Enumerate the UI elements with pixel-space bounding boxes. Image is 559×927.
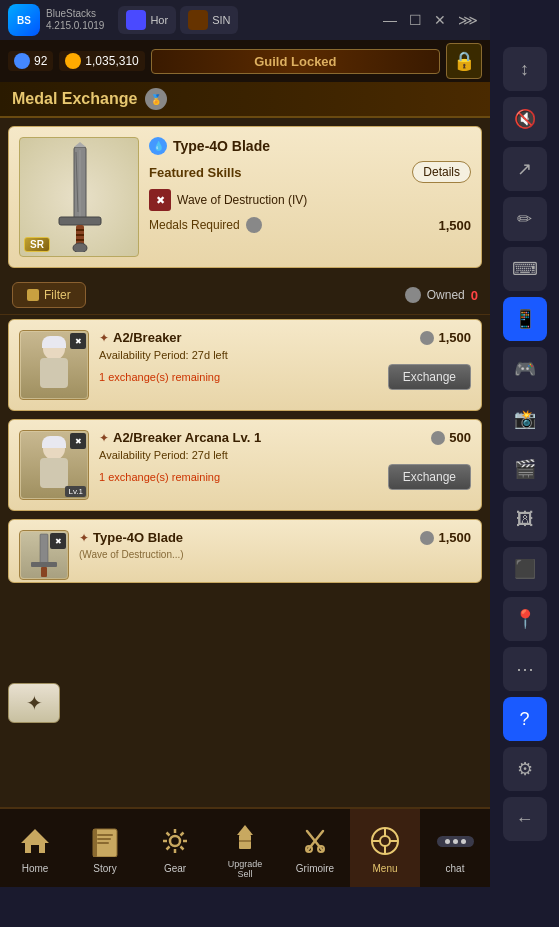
tab-hor[interactable]: Hor <box>118 6 176 34</box>
svg-rect-15 <box>97 834 113 836</box>
item-medal-cost-0: 1,500 <box>420 330 471 345</box>
coins-value: 1,035,310 <box>85 54 138 68</box>
svg-marker-29 <box>237 825 253 835</box>
owned-icon <box>405 287 421 303</box>
close-button[interactable]: ✕ <box>430 10 450 30</box>
svg-rect-17 <box>97 842 109 844</box>
story-icon <box>86 822 124 860</box>
svg-marker-13 <box>21 829 49 853</box>
svg-point-36 <box>380 836 390 846</box>
guild-banner[interactable]: Guild Locked <box>151 49 440 74</box>
location-button[interactable]: 📍 <box>503 597 547 641</box>
page-title: Medal Exchange <box>12 90 137 108</box>
svg-rect-10 <box>40 534 48 564</box>
item-list: ✖ ✦ A2/Breaker 1,500 Availability Period… <box>0 315 490 675</box>
medals-row: Medals Required 1,500 <box>149 217 471 233</box>
svg-point-19 <box>170 836 180 846</box>
mute-button[interactable]: 🔇 <box>503 97 547 141</box>
chat-icon <box>436 822 474 860</box>
medals-cost-value: 1,500 <box>438 218 471 233</box>
item-skill-icon-2: ✖ <box>50 533 66 549</box>
mobile-view-button[interactable]: 📱 <box>503 297 547 341</box>
settings-button[interactable]: ⚙ <box>503 747 547 791</box>
gallery-button[interactable]: 🖼 <box>503 497 547 541</box>
item-skill-icon-0: ✖ <box>70 333 86 349</box>
status-bar: 92 1,035,310 Guild Locked 🔒 <box>0 40 490 82</box>
weapon-svg <box>34 142 124 252</box>
level-icon <box>14 53 30 69</box>
action-button[interactable]: ✦ <box>8 683 60 723</box>
game-area: 92 1,035,310 Guild Locked 🔒 Medal Exchan… <box>0 40 490 887</box>
svg-line-25 <box>181 847 184 850</box>
skill-icon: ✖ <box>149 189 171 211</box>
draw-button[interactable]: ✏ <box>503 197 547 241</box>
item-cost-2: 1,500 <box>438 530 471 545</box>
item-name-row-1: ✦ A2/Breaker Arcana Lv. 1 500 <box>99 430 471 445</box>
svg-rect-16 <box>97 838 111 840</box>
nav-story[interactable]: Story <box>70 809 140 887</box>
screenshot-button[interactable]: 📸 <box>503 397 547 441</box>
item-cost-0: 1,500 <box>438 330 471 345</box>
rotate-button[interactable]: ↗ <box>503 147 547 191</box>
item-exchange-row-1: 1 exchange(s) remaining Exchange <box>99 464 471 490</box>
medals-required-label: Medals Required <box>149 218 240 232</box>
lock-icon: 🔒 <box>446 43 482 79</box>
nav-home[interactable]: Home <box>0 809 70 887</box>
nav-upgrade[interactable]: Upgrade Sell <box>210 809 280 887</box>
coins-icon <box>65 53 81 69</box>
item-medal-icon-0 <box>420 331 434 345</box>
featured-skills-label: Featured Skills <box>149 165 241 180</box>
nav-home-label: Home <box>22 863 49 874</box>
item-name-row-2: ✦ Type-4O Blade 1,500 <box>79 530 471 545</box>
collapse-button[interactable]: ⋙ <box>454 10 482 30</box>
filter-icon <box>27 289 39 301</box>
element-icon: 💧 <box>149 137 167 155</box>
grimoire-icon <box>296 822 334 860</box>
item-availability-1: Availability Period: 27d left <box>99 449 471 461</box>
filter-button[interactable]: Filter <box>12 282 86 308</box>
nav-gear[interactable]: Gear <box>140 809 210 887</box>
chat-bubble <box>437 836 474 847</box>
level-value: 92 <box>34 54 47 68</box>
record-button[interactable]: 🎬 <box>503 447 547 491</box>
owned-label: Owned <box>427 288 465 302</box>
svg-line-27 <box>167 847 170 850</box>
medal-exchange-header: Medal Exchange 🏅 <box>0 82 490 118</box>
list-item: ✖ Lv.1 ✦ A2/Breaker Arcana Lv. 1 500 Ava… <box>8 419 482 511</box>
bluestacks-tabs: Hor SIN <box>118 6 238 34</box>
multiinstance-button[interactable]: ⬛ <box>503 547 547 591</box>
exchange-button-0[interactable]: Exchange <box>388 364 471 390</box>
nav-grimoire[interactable]: Grimoire <box>280 809 350 887</box>
list-item: ✖ ✦ A2/Breaker 1,500 Availability Period… <box>8 319 482 411</box>
item-lv-badge-1: Lv.1 <box>65 486 86 497</box>
svg-line-24 <box>167 833 170 836</box>
tab-sin[interactable]: SIN <box>180 6 238 34</box>
window-controls: — ☐ ✕ ⋙ <box>379 10 482 30</box>
svg-rect-11 <box>31 562 57 567</box>
minimize-button[interactable]: — <box>379 10 401 30</box>
keyboard-button[interactable]: ⌨ <box>503 247 547 291</box>
filter-bar: Filter Owned 0 <box>0 276 490 314</box>
maximize-button[interactable]: ☐ <box>405 10 426 30</box>
help-button[interactable]: ? <box>503 697 547 741</box>
details-button[interactable]: Details <box>412 161 471 183</box>
fullscreen-button[interactable]: ↕ <box>503 47 547 91</box>
hor-icon <box>126 10 146 30</box>
svg-rect-12 <box>41 567 47 577</box>
home-icon <box>16 822 54 860</box>
item-medal-cost-1: 500 <box>431 430 471 445</box>
right-sidebar: ↕ 🔇 ↗ ✏ ⌨ 📱 🎮 📸 🎬 🖼 ⬛ 📍 ⋯ ? ⚙ ← <box>490 0 559 927</box>
bluestacks-version: BlueStacks 4.215.0.1019 <box>46 8 104 32</box>
item-medal-cost-2: 1,500 <box>420 530 471 545</box>
gamepad-button[interactable]: 🎮 <box>503 347 547 391</box>
exchange-button-1[interactable]: Exchange <box>388 464 471 490</box>
item-details-1: ✦ A2/Breaker Arcana Lv. 1 500 Availabili… <box>99 430 471 490</box>
nav-chat[interactable]: chat <box>420 809 490 887</box>
nav-menu[interactable]: Menu <box>350 809 420 887</box>
medals-icon <box>246 217 262 233</box>
svg-point-9 <box>73 243 87 252</box>
more-button[interactable]: ⋯ <box>503 647 547 691</box>
back-button[interactable]: ← <box>503 797 547 841</box>
coins-stat: 1,035,310 <box>59 51 144 71</box>
item-details-0: ✦ A2/Breaker 1,500 Availability Period: … <box>99 330 471 390</box>
